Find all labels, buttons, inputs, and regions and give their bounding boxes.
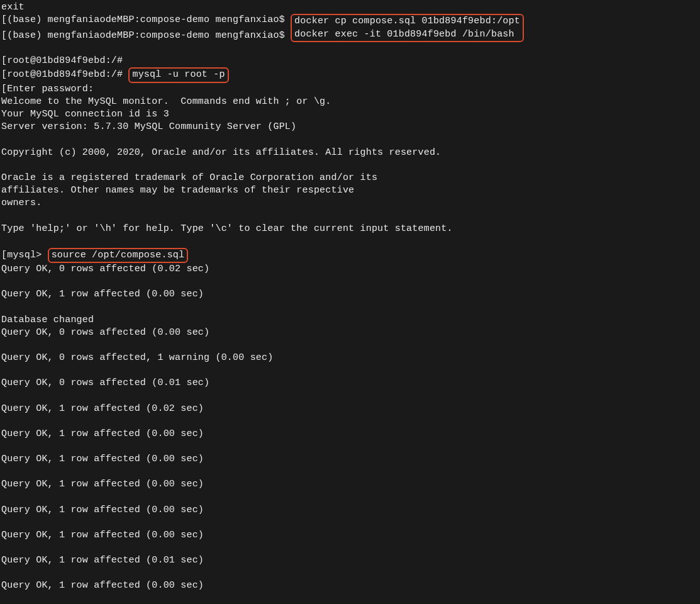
query-result-8: Query OK, 1 row affected (0.00 sec) (1, 453, 699, 466)
server-version-line: Server version: 5.7.30 MySQL Community S… (1, 121, 699, 133)
oracle-line-2: affiliates. Other names may be trademark… (1, 184, 699, 197)
database-changed-line: Database changed (1, 314, 699, 327)
enter-password-line: [Enter password: (1, 83, 699, 96)
mysql-source-line: [mysql> source /opt/compose.sql (1, 248, 699, 263)
oracle-line-3: owners. (1, 197, 699, 210)
connection-id-line: Your MySQL connection id is 3 (1, 108, 699, 121)
query-result-4: Query OK, 0 rows affected, 1 warning (0.… (1, 352, 699, 364)
oracle-line-1: Oracle is a registered trademark of Orac… (1, 172, 699, 184)
query-result-3: Query OK, 0 rows affected (0.00 sec) (1, 327, 699, 339)
root-prompt-1: [root@01bd894f9ebd:/# (1, 55, 699, 67)
query-result-6: Query OK, 1 row affected (0.02 sec) (1, 403, 699, 415)
query-result-5: Query OK, 0 rows affected (0.01 sec) (1, 377, 699, 389)
query-result-10: Query OK, 1 row affected (0.00 sec) (1, 504, 699, 517)
highlight-source-command: source /opt/compose.sql (48, 248, 189, 263)
query-result-2: Query OK, 1 row affected (0.00 sec) (1, 288, 699, 301)
query-result-12: Query OK, 1 row affected (0.01 sec) (1, 554, 699, 567)
query-result-1: Query OK, 0 rows affected (0.02 sec) (1, 263, 699, 276)
welcome-line: Welcome to the MySQL monitor. Commands e… (1, 96, 699, 108)
query-result-7: Query OK, 1 row affected (0.00 sec) (1, 428, 699, 440)
root-prompt-2: [root@01bd894f9ebd:/# mysql -u root -p (1, 67, 699, 82)
query-result-11: Query OK, 1 row affected (0.00 sec) (1, 529, 699, 542)
query-result-9: Query OK, 1 row affected (0.00 sec) (1, 478, 699, 491)
terminal-window[interactable]: exit [(base) mengfaniaodeMBP:compose-dem… (1, 1, 699, 604)
copyright-line: Copyright (c) 2000, 2020, Oracle and/or … (1, 147, 699, 159)
highlight-mysql-login: mysql -u root -p (128, 67, 228, 82)
help-line: Type 'help;' or '\h' for help. Type '\c'… (1, 223, 699, 235)
exit-line: exit (1, 1, 699, 14)
query-result-13: Query OK, 1 row affected (0.00 sec) (1, 579, 699, 592)
highlight-docker-commands: docker cp compose.sql 01bd894f9ebd:/optd… (291, 14, 524, 42)
